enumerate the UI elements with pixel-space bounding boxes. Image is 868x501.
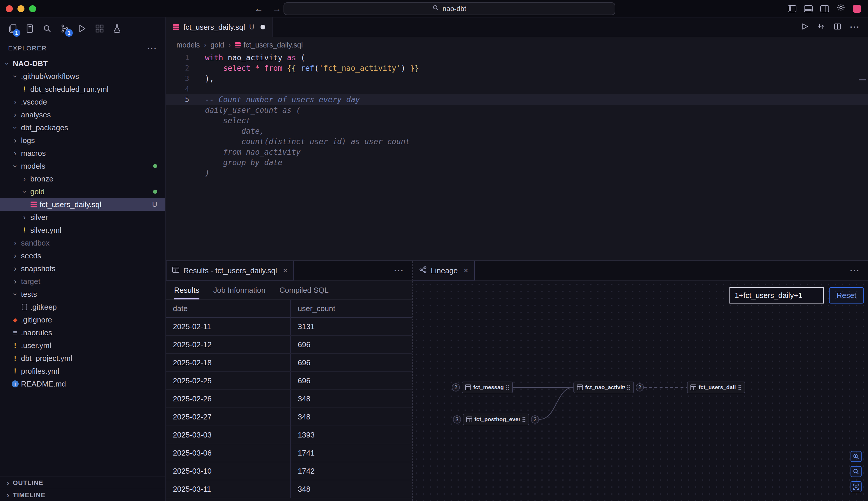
column-header-date[interactable]: date xyxy=(166,300,290,318)
breadcrumb-item[interactable]: models xyxy=(176,41,200,49)
sidebar-section-outline[interactable]: ›OUTLINE xyxy=(0,477,165,489)
tree-item-logs[interactable]: ›logs xyxy=(0,134,165,147)
close-icon[interactable]: × xyxy=(464,266,468,275)
layout-sidebar-left-icon[interactable] xyxy=(788,5,796,12)
breadcrumb-item[interactable]: fct_users_daily.sql xyxy=(235,41,303,49)
tree-item-tests[interactable]: ›tests xyxy=(0,288,165,301)
zoom-in-icon[interactable] xyxy=(850,451,861,462)
tree-root-nao-dbt[interactable]: › NAO-DBT xyxy=(0,57,165,70)
lineage-more-actions-icon[interactable]: ··· xyxy=(850,266,860,275)
panel-subtab-compiled-sql[interactable]: Compiled SQL xyxy=(273,281,336,299)
tree-item-README.md[interactable]: iREADME.md xyxy=(0,377,165,390)
lineage-node-fct_users_daily[interactable]: fct_users_daily xyxy=(687,382,745,393)
tree-item-.naorules[interactable]: ≡.naorules xyxy=(0,326,165,339)
tree-item-dbt_packages[interactable]: ›dbt_packages xyxy=(0,121,165,134)
table-row[interactable]: 2025-02-18696 xyxy=(166,354,412,372)
maximize-window-button[interactable] xyxy=(29,5,36,12)
tree-item-profiles.yml[interactable]: !profiles.yml xyxy=(0,365,165,377)
tree-item-fct_users_daily.sql[interactable]: fct_users_daily.sqlU xyxy=(0,198,165,211)
more-actions-icon[interactable]: ··· xyxy=(147,44,157,53)
code-line-1[interactable]: 1with nao_activity as ( xyxy=(166,52,868,63)
tree-item-dbt_scheduled_run.yml[interactable]: !dbt_scheduled_run.yml xyxy=(0,83,165,96)
results-panel-tab[interactable]: Results - fct_users_daily.sql × xyxy=(166,261,294,280)
lineage-node-fct_posthog_events[interactable]: fct_posthog_events xyxy=(463,414,529,425)
run-debug-icon[interactable] xyxy=(75,21,90,36)
close-window-button[interactable] xyxy=(6,5,13,12)
table-row[interactable]: 2025-03-031393 xyxy=(166,426,412,444)
minimize-window-button[interactable] xyxy=(18,5,24,12)
editor-tab-fct-users-daily[interactable]: fct_users_daily.sql U xyxy=(166,17,273,37)
modified-dot-icon[interactable] xyxy=(261,25,265,29)
source-control-icon[interactable]: 1 xyxy=(57,21,72,36)
table-row[interactable]: 2025-02-113131 xyxy=(166,318,412,335)
search-icon[interactable] xyxy=(40,21,55,36)
tree-item-seeds[interactable]: ›seeds xyxy=(0,249,165,262)
lineage-node-fct_nao_activity[interactable]: fct_nao_activity xyxy=(573,382,634,393)
settings-gear-icon[interactable] xyxy=(837,3,845,14)
tree-item-target[interactable]: ›target xyxy=(0,275,165,288)
tree-item-.user.yml[interactable]: !.user.yml xyxy=(0,339,165,352)
code-editor[interactable]: 1with nao_activity as (2 select * from {… xyxy=(166,52,868,260)
split-editor-icon[interactable] xyxy=(834,22,841,33)
breadcrumb-item[interactable]: gold xyxy=(210,41,224,49)
table-row[interactable]: 2025-03-11348 xyxy=(166,480,412,498)
tree-item-silver[interactable]: ›silver xyxy=(0,211,165,224)
tree-item-bronze[interactable]: ›bronze xyxy=(0,172,165,185)
table-row[interactable]: 2025-02-12696 xyxy=(166,335,412,354)
panel-subtab-results[interactable]: Results xyxy=(167,281,206,299)
tree-item-sandbox[interactable]: ›sandbox xyxy=(0,236,165,249)
explorer-icon[interactable]: 1 xyxy=(5,21,20,36)
edge-count-badge: 2 xyxy=(531,415,539,424)
lineage-canvas[interactable]: 1+fct_users_daily+1 Reset fct_messages2f… xyxy=(412,281,868,501)
tree-item-silver.yml[interactable]: !silver.yml xyxy=(0,224,165,236)
code-line-2[interactable]: 2 select * from {{ ref('fct_nao_activity… xyxy=(166,63,868,73)
yaml-file-icon: ! xyxy=(20,85,29,93)
drag-handle-icon[interactable] xyxy=(506,384,509,390)
lineage-filter-input[interactable]: 1+fct_users_daily+1 xyxy=(729,287,824,303)
tree-item-.gitkeep[interactable]: .gitkeep xyxy=(0,301,165,313)
notebook-icon[interactable] xyxy=(22,21,37,36)
lineage-panel-tab[interactable]: Lineage × xyxy=(413,261,475,280)
nao-logo-icon[interactable] xyxy=(853,5,861,13)
table-row[interactable]: 2025-02-26348 xyxy=(166,390,412,408)
lineage-panel-header: Lineage × ··· xyxy=(412,261,868,281)
lineage-node-fct_messages[interactable]: fct_messages xyxy=(462,382,513,393)
lineage-reset-button[interactable]: Reset xyxy=(829,287,864,303)
tree-item-macros[interactable]: ›macros xyxy=(0,147,165,160)
panel-subtab-job-information[interactable]: Job Information xyxy=(206,281,273,299)
drag-handle-icon[interactable] xyxy=(522,417,526,422)
tree-item-.github/workflows[interactable]: ›.github/workflows xyxy=(0,70,165,83)
layout-sidebar-right-icon[interactable] xyxy=(820,5,829,12)
command-center-search[interactable]: nao-dbt xyxy=(284,2,615,15)
tree-item-snapshots[interactable]: ›snapshots xyxy=(0,262,165,275)
fit-view-icon[interactable] xyxy=(850,481,861,492)
history-forward-button[interactable]: → xyxy=(273,4,281,14)
tests-icon[interactable] xyxy=(109,21,124,36)
code-line-5[interactable]: 5-- Count number of users every day xyxy=(166,94,868,105)
table-row[interactable]: 2025-03-061741 xyxy=(166,444,412,462)
layout-panel-icon[interactable] xyxy=(804,5,813,12)
editor-more-actions-icon[interactable]: ··· xyxy=(850,22,860,32)
panel-more-actions-icon[interactable]: ··· xyxy=(394,266,404,275)
table-row[interactable]: 2025-02-27348 xyxy=(166,408,412,426)
code-line-3[interactable]: 3), xyxy=(166,73,868,84)
run-query-icon[interactable] xyxy=(801,22,809,33)
compare-changes-icon[interactable] xyxy=(817,22,825,33)
column-header-user_count[interactable]: user_count xyxy=(290,300,412,318)
zoom-out-icon[interactable] xyxy=(850,466,861,477)
tree-item-models[interactable]: ›models xyxy=(0,160,165,172)
tree-item-.gitignore[interactable]: ◆.gitignore xyxy=(0,313,165,326)
table-row[interactable]: 2025-02-25696 xyxy=(166,372,412,390)
tree-item-analyses[interactable]: ›analyses xyxy=(0,108,165,121)
extensions-icon[interactable] xyxy=(92,21,107,36)
code-line-4[interactable]: 4 xyxy=(166,84,868,94)
drag-handle-icon[interactable] xyxy=(738,384,742,390)
tree-item-.vscode[interactable]: ›.vscode xyxy=(0,96,165,108)
drag-handle-icon[interactable] xyxy=(627,384,630,390)
tree-item-dbt_project.yml[interactable]: !dbt_project.yml xyxy=(0,352,165,365)
table-row[interactable]: 2025-03-101742 xyxy=(166,462,412,480)
close-icon[interactable]: × xyxy=(283,266,288,275)
tree-item-gold[interactable]: ›gold xyxy=(0,185,165,198)
sidebar-section-timeline[interactable]: ›TIMELINE xyxy=(0,489,165,501)
history-back-button[interactable]: ← xyxy=(254,4,263,14)
